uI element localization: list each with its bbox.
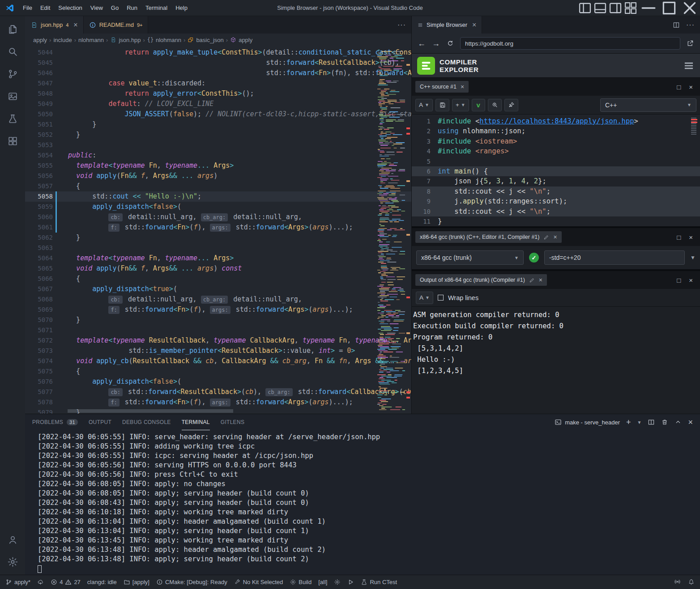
compiler-select[interactable]: x86-64 gcc (trunk)▼ xyxy=(416,250,524,265)
menu-go[interactable]: Go xyxy=(107,0,123,16)
status-cmake-status[interactable]: CMake: [Debug]: Ready xyxy=(156,579,227,585)
maximize-pane-icon[interactable]: □ xyxy=(677,277,681,284)
breadcrumb-item[interactable]: include xyxy=(53,37,72,43)
tab-simple-browser[interactable]: Simple Browser × xyxy=(412,16,482,34)
add-pane-button[interactable]: +▼ xyxy=(452,99,469,111)
terminal-dropdown-icon[interactable]: ▼ xyxy=(637,420,642,425)
more-actions-icon[interactable]: ··· xyxy=(397,21,406,29)
panel-tab-debug-console[interactable]: DEBUG CONSOLE xyxy=(122,414,171,430)
source-minimap[interactable] xyxy=(690,116,699,215)
layout-panel-button[interactable] xyxy=(593,0,608,16)
activity-extensions[interactable] xyxy=(2,130,23,152)
menu-file[interactable]: File xyxy=(19,0,36,16)
minimap[interactable] xyxy=(376,47,405,412)
activity-search[interactable] xyxy=(2,40,23,63)
status-cmake-debug-target[interactable] xyxy=(334,579,341,585)
close-icon[interactable]: × xyxy=(461,84,464,90)
open-external-icon[interactable] xyxy=(686,40,695,47)
tab-readme.md[interactable]: README.md9+ xyxy=(84,16,149,34)
close-pane-icon[interactable]: × xyxy=(689,234,693,241)
close-icon[interactable]: × xyxy=(73,21,77,29)
maximize-pane-icon[interactable]: □ xyxy=(677,234,681,241)
maximize-pane-icon[interactable]: □ xyxy=(677,84,681,90)
menu-help[interactable]: Help xyxy=(171,0,192,16)
close-panel-icon[interactable]: × xyxy=(688,418,693,426)
breadcrumb-item[interactable]: basic_json xyxy=(188,37,223,43)
split-terminal-icon[interactable] xyxy=(648,419,655,426)
vim-toggle-button[interactable]: v xyxy=(472,99,485,111)
new-terminal-icon[interactable]: + xyxy=(626,418,631,426)
activity-settings-gear[interactable] xyxy=(2,551,23,573)
status-problems-status[interactable]: 427 xyxy=(51,579,81,585)
customize-layout-button[interactable] xyxy=(623,0,638,16)
close-icon[interactable]: × xyxy=(539,277,542,283)
status-git-branch-status[interactable]: apply* xyxy=(5,579,30,585)
menu-run[interactable]: Run xyxy=(123,0,141,16)
status-notifications[interactable] xyxy=(688,579,695,585)
activity-explorer[interactable] xyxy=(2,18,23,40)
compiler-options-input[interactable] xyxy=(549,254,680,261)
panel-tab-problems[interactable]: PROBLEMS31 xyxy=(32,414,78,430)
font-size-button[interactable]: A▼ xyxy=(415,99,433,111)
status-cmake-kit[interactable]: No Kit Selected xyxy=(234,579,283,585)
terminal-select[interactable]: make - serve_header xyxy=(555,419,620,426)
layout-sidebar-right-button[interactable] xyxy=(608,0,623,16)
output-tab[interactable]: Output of x86-64 gcc (trunk) (Compiler #… xyxy=(415,274,547,286)
tab-json.hpp[interactable]: json.hpp4× xyxy=(25,16,84,34)
layout-sidebar-left-button[interactable] xyxy=(577,0,593,16)
activity-source-control[interactable] xyxy=(2,63,23,85)
panel-tab-output[interactable]: OUTPUT xyxy=(89,414,111,430)
rename-icon[interactable] xyxy=(543,234,549,240)
activity-media-preview[interactable] xyxy=(2,85,23,107)
minimize-button[interactable] xyxy=(638,0,659,16)
activity-account[interactable] xyxy=(2,528,23,551)
source-tab[interactable]: C++ source #1 × xyxy=(415,81,469,93)
activity-testing[interactable] xyxy=(2,107,23,130)
menu-selection[interactable]: Selection xyxy=(54,0,86,16)
hamburger-menu-icon[interactable] xyxy=(683,60,695,72)
font-size-button[interactable]: A▼ xyxy=(416,292,433,304)
terminal-output[interactable]: [2022-04-30 06:05:55] INFO: serve_header… xyxy=(25,430,700,575)
url-bar[interactable] xyxy=(460,37,680,50)
horizontal-scrollbar[interactable] xyxy=(68,409,233,413)
breadcrumb-item[interactable]: apply xyxy=(230,37,252,43)
compiler-tab[interactable]: x86-64 gcc (trunk) (C++, Editor #1, Comp… xyxy=(415,231,562,243)
compiler-explorer-logo-icon[interactable] xyxy=(417,57,435,75)
close-icon[interactable]: × xyxy=(553,234,557,240)
back-icon[interactable]: ← xyxy=(417,39,426,48)
search-button[interactable] xyxy=(488,99,502,111)
menu-edit[interactable]: Edit xyxy=(36,0,54,16)
status-cmake-project[interactable]: [apply] xyxy=(124,579,149,585)
close-button[interactable] xyxy=(679,0,700,16)
reload-icon[interactable] xyxy=(446,40,455,47)
forward-icon[interactable]: → xyxy=(431,39,440,48)
more-actions-icon[interactable]: ··· xyxy=(686,21,695,29)
close-pane-icon[interactable]: × xyxy=(689,84,693,90)
status-cmake-build-target[interactable]: [all] xyxy=(318,579,327,585)
status-publish-status[interactable] xyxy=(37,579,44,585)
status-cmake-build[interactable]: Build xyxy=(290,579,312,585)
save-button[interactable] xyxy=(435,99,449,111)
status-feedback[interactable] xyxy=(674,579,681,585)
status-run-ctest[interactable]: Run CTest xyxy=(361,579,397,585)
status-cmake-launch[interactable] xyxy=(347,579,354,585)
maximize-button[interactable] xyxy=(659,0,679,16)
breadcrumb-item[interactable]: apply xyxy=(33,37,47,43)
url-input[interactable] xyxy=(465,40,675,47)
close-icon[interactable]: × xyxy=(472,21,476,29)
pin-button[interactable] xyxy=(504,99,518,111)
code-editor[interactable]: 5044 return apply_make_tuple<ConstThis>(… xyxy=(25,46,411,414)
maximize-panel-icon[interactable] xyxy=(674,419,682,426)
panel-tab-gitlens[interactable]: GITLENS xyxy=(221,414,244,430)
source-code-editor[interactable]: 1#include <https://localhost:8443/apply/… xyxy=(412,114,700,226)
rename-icon[interactable] xyxy=(529,277,535,283)
compiler-options-field[interactable] xyxy=(544,250,685,265)
kill-terminal-icon[interactable] xyxy=(661,419,668,426)
status-clangd-status[interactable]: clangd: idle xyxy=(87,579,117,585)
breadcrumb-item[interactable]: json.hpp xyxy=(110,37,141,43)
close-pane-icon[interactable]: × xyxy=(689,277,693,284)
breadcrumb-item[interactable]: {}nlohmann xyxy=(147,37,181,43)
menu-terminal[interactable]: Terminal xyxy=(141,0,171,16)
options-dropdown-icon[interactable]: ▼ xyxy=(690,254,696,261)
wrap-lines-checkbox[interactable] xyxy=(438,295,444,301)
